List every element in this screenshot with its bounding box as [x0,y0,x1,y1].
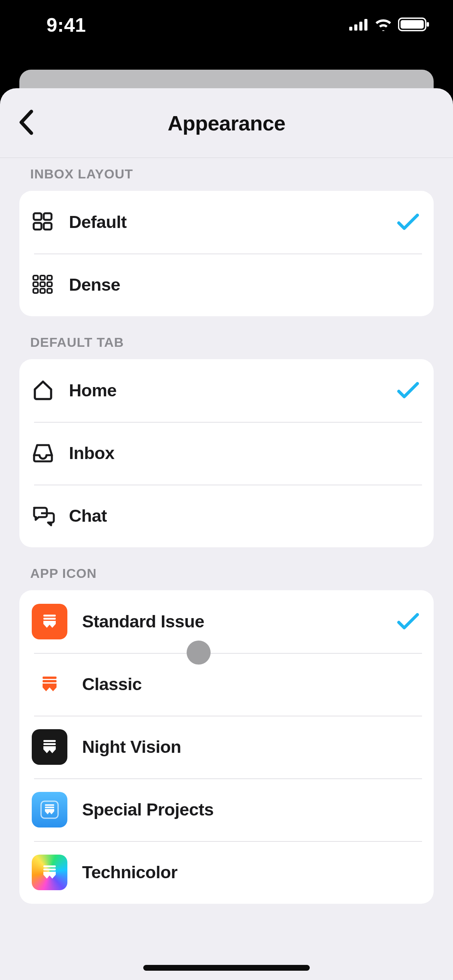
app-icon-classic-icon [32,666,67,702]
row-label: Dense [69,275,419,295]
inbox-layout-default[interactable]: Default [19,191,434,254]
svg-rect-23 [43,680,57,682]
svg-rect-20 [43,615,56,617]
svg-rect-12 [40,276,45,280]
svg-rect-18 [40,289,45,293]
row-label: Technicolor [82,862,419,882]
svg-rect-14 [33,282,38,286]
wifi-icon [374,18,393,33]
touch-indicator [187,641,211,665]
app-icon-special-projects-icon [32,792,67,828]
checkmark-icon [397,382,419,399]
status-bar: 9:41 [0,0,453,50]
section-header-default-tab: Default Tab [0,316,453,359]
checkmark-icon [397,214,419,231]
chat-icon [32,504,56,528]
chevron-left-icon [18,109,34,137]
svg-rect-2 [359,22,362,31]
svg-rect-25 [43,743,56,745]
section-header-inbox-layout: Inbox Layout [0,158,453,191]
svg-rect-22 [43,677,57,679]
row-label: Night Vision [82,737,419,757]
default-tab-group: Home Inbox Chat [19,359,434,547]
svg-rect-11 [33,276,38,280]
default-tab-inbox[interactable]: Inbox [19,422,434,485]
svg-rect-10 [44,223,51,230]
svg-rect-7 [34,213,41,220]
appearance-settings-sheet: Appearance Inbox Layout Default Dense [0,88,453,980]
svg-rect-5 [401,20,424,29]
svg-rect-1 [354,24,357,31]
checkmark-icon [397,613,419,630]
app-icon-technicolor-icon [32,855,67,890]
svg-rect-21 [43,618,56,620]
battery-icon [398,17,430,33]
svg-rect-27 [45,804,54,806]
home-indicator [143,965,310,971]
app-icon-group: Standard Issue Classic Night Vision [19,590,434,904]
svg-rect-13 [47,276,52,280]
page-title: Appearance [168,111,285,135]
row-label: Chat [69,506,419,526]
home-icon [32,379,54,403]
default-tab-home[interactable]: Home [19,359,434,422]
row-label: Default [69,212,397,232]
svg-rect-24 [43,740,56,742]
app-icon-special-projects[interactable]: Special Projects [19,778,434,841]
app-icon-standard-issue[interactable]: Standard Issue [19,590,434,653]
row-label: Inbox [69,443,419,463]
section-header-app-icon: App Icon [0,547,453,590]
layout-default-icon [32,211,53,234]
row-label: Special Projects [82,800,419,820]
inbox-layout-group: Default Dense [19,191,434,316]
svg-rect-30 [43,869,56,870]
svg-rect-9 [34,223,41,230]
app-icon-night-vision-icon [32,729,67,765]
svg-rect-0 [349,27,352,31]
row-label: Classic [82,674,419,694]
status-icons [349,17,430,33]
svg-rect-29 [43,865,56,867]
layout-dense-icon [32,273,53,296]
app-icon-standard-issue-icon [32,604,67,639]
row-label: Home [69,380,397,401]
default-tab-chat[interactable]: Chat [19,485,434,547]
row-label: Standard Issue [82,612,397,632]
back-button[interactable] [18,88,34,158]
nav-bar: Appearance [0,88,453,158]
app-icon-technicolor[interactable]: Technicolor [19,841,434,904]
svg-rect-15 [40,282,45,286]
svg-rect-28 [45,807,54,808]
svg-rect-6 [427,22,429,27]
inbox-icon [32,441,54,465]
cellular-icon [349,18,369,32]
app-icon-night-vision[interactable]: Night Vision [19,716,434,778]
svg-rect-17 [33,289,38,293]
inbox-layout-dense[interactable]: Dense [19,254,434,316]
svg-rect-8 [44,213,51,220]
svg-rect-16 [47,282,52,286]
status-time: 9:41 [46,14,86,36]
svg-rect-3 [364,19,367,31]
app-icon-classic[interactable]: Classic [19,653,434,716]
svg-rect-19 [47,289,52,293]
